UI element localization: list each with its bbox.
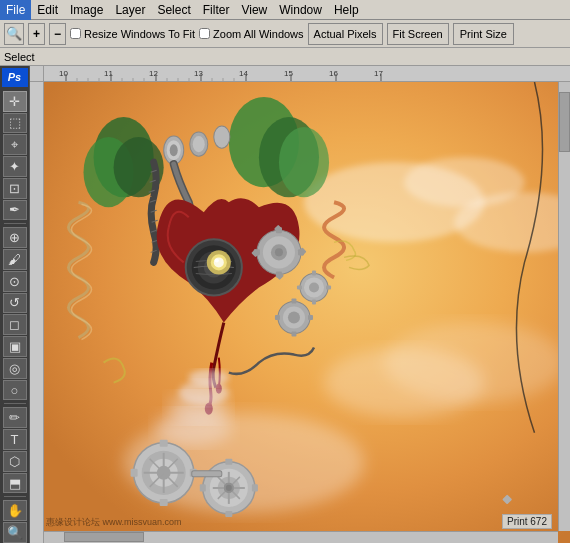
- actual-pixels-button[interactable]: Actual Pixels: [308, 23, 383, 45]
- svg-text:16: 16: [329, 69, 338, 78]
- tool-brush[interactable]: 🖌: [3, 249, 27, 270]
- svg-rect-109: [200, 484, 206, 491]
- print-size-button[interactable]: Print Size: [453, 23, 514, 45]
- menu-bar: File Edit Image Layer Select Filter View…: [0, 0, 570, 20]
- tool-shape[interactable]: ⬒: [3, 473, 27, 494]
- toolbox: Ps ✛ ⬚ ⌖ ✦ ⊡ ✒ ⊕ 🖌 ⊙ ↺ ◻ ▣ ◎ ○ ✏ T ⬡ ⬒ ✋…: [0, 66, 30, 543]
- tool-gradient[interactable]: ▣: [3, 336, 27, 357]
- tool-marquee[interactable]: ⬚: [3, 113, 27, 134]
- svg-rect-94: [160, 499, 168, 506]
- ruler-left: [30, 82, 44, 543]
- tool-pen[interactable]: ✏: [3, 407, 27, 428]
- zoom-tool-icon[interactable]: 🔍: [4, 23, 24, 45]
- svg-text:14: 14: [239, 69, 248, 78]
- resize-windows-group: Resize Windows To Fit: [70, 28, 195, 40]
- svg-text:15: 15: [284, 69, 293, 78]
- svg-rect-96: [131, 469, 138, 477]
- svg-rect-77: [297, 285, 302, 289]
- svg-rect-76: [326, 285, 331, 289]
- tool-move[interactable]: ✛: [3, 91, 27, 112]
- svg-rect-82: [291, 332, 296, 337]
- resize-windows-checkbox[interactable]: [70, 28, 81, 39]
- scroll-thumb-bottom[interactable]: [64, 532, 144, 542]
- canvas[interactable]: 惠缘设计论坛 www.missvuan.com Print 672: [44, 82, 570, 543]
- svg-rect-83: [308, 315, 313, 320]
- tool-divider-3: [4, 496, 26, 497]
- tool-path[interactable]: ⬡: [3, 451, 27, 472]
- svg-point-48: [214, 126, 230, 148]
- menu-edit[interactable]: Edit: [31, 0, 64, 20]
- menu-window[interactable]: Window: [273, 0, 328, 20]
- tool-type[interactable]: T: [3, 429, 27, 450]
- menu-image[interactable]: Image: [64, 0, 109, 20]
- svg-rect-75: [312, 299, 316, 304]
- svg-text:12: 12: [149, 69, 158, 78]
- svg-text:11: 11: [104, 69, 113, 78]
- menu-layer[interactable]: Layer: [109, 0, 151, 20]
- tool-divider-2: [4, 403, 26, 404]
- menu-filter[interactable]: Filter: [197, 0, 236, 20]
- svg-rect-93: [160, 440, 168, 447]
- menu-view[interactable]: View: [235, 0, 273, 20]
- svg-point-57: [214, 257, 224, 267]
- tool-history[interactable]: ↺: [3, 293, 27, 314]
- svg-rect-81: [291, 298, 296, 303]
- zoom-label: Print 672: [502, 514, 552, 529]
- options-bar: Select: [0, 48, 570, 66]
- svg-point-45: [170, 144, 178, 156]
- tool-divider-1: [4, 223, 26, 224]
- svg-point-62: [275, 248, 283, 256]
- tool-eyedropper[interactable]: ✒: [3, 200, 27, 221]
- menu-help[interactable]: Help: [328, 0, 365, 20]
- toolbar: 🔍 + − Resize Windows To Fit Zoom All Win…: [0, 20, 570, 48]
- scrollbar-right[interactable]: [558, 82, 570, 531]
- fit-screen-button[interactable]: Fit Screen: [387, 23, 449, 45]
- tool-dodge[interactable]: ○: [3, 380, 27, 401]
- ruler-top: 10 11 12 13 14 15 16 17: [30, 66, 570, 82]
- svg-rect-107: [225, 511, 232, 517]
- tool-crop[interactable]: ⊡: [3, 178, 27, 199]
- zoom-all-label: Zoom All Windows: [213, 28, 303, 40]
- tool-healing[interactable]: ⊕: [3, 227, 27, 248]
- tool-eraser[interactable]: ◻: [3, 314, 27, 335]
- zoom-in-button[interactable]: +: [28, 23, 45, 45]
- tool-lasso[interactable]: ⌖: [3, 134, 27, 155]
- watermark: 惠缘设计论坛 www.missvuan.com: [46, 516, 182, 529]
- svg-point-73: [309, 282, 319, 292]
- tool-blur[interactable]: ◎: [3, 358, 27, 379]
- svg-text:13: 13: [194, 69, 203, 78]
- tool-clone[interactable]: ⊙: [3, 271, 27, 292]
- svg-point-115: [226, 485, 232, 491]
- ruler-corner: [30, 66, 44, 82]
- svg-point-42: [279, 127, 329, 197]
- svg-rect-116: [192, 471, 222, 477]
- zoom-all-checkbox[interactable]: [199, 28, 210, 39]
- svg-rect-84: [275, 315, 280, 320]
- scrollbar-bottom[interactable]: [44, 531, 558, 543]
- scroll-thumb-right[interactable]: [559, 92, 570, 152]
- svg-text:10: 10: [59, 69, 68, 78]
- svg-point-58: [215, 258, 219, 262]
- svg-rect-106: [225, 459, 232, 465]
- svg-point-47: [193, 136, 205, 152]
- zoom-all-group: Zoom All Windows: [199, 28, 303, 40]
- svg-rect-74: [312, 270, 316, 275]
- canvas-area: 10 11 12 13 14 15 16 17: [30, 66, 570, 543]
- tool-hand[interactable]: ✋: [3, 500, 27, 521]
- tool-zoom[interactable]: 🔍: [3, 522, 27, 543]
- main-area: Ps ✛ ⬚ ⌖ ✦ ⊡ ✒ ⊕ 🖌 ⊙ ↺ ◻ ▣ ◎ ○ ✏ T ⬡ ⬒ ✋…: [0, 66, 570, 543]
- options-select-label: Select: [4, 51, 35, 63]
- zoom-out-button[interactable]: −: [49, 23, 66, 45]
- svg-point-80: [288, 311, 300, 323]
- svg-point-35: [384, 323, 564, 403]
- svg-rect-108: [252, 484, 258, 491]
- svg-text:17: 17: [374, 69, 383, 78]
- menu-select[interactable]: Select: [151, 0, 196, 20]
- ps-logo: Ps: [2, 68, 28, 87]
- resize-windows-label: Resize Windows To Fit: [84, 28, 195, 40]
- menu-file[interactable]: File: [0, 0, 31, 20]
- tool-magic-wand[interactable]: ✦: [3, 156, 27, 177]
